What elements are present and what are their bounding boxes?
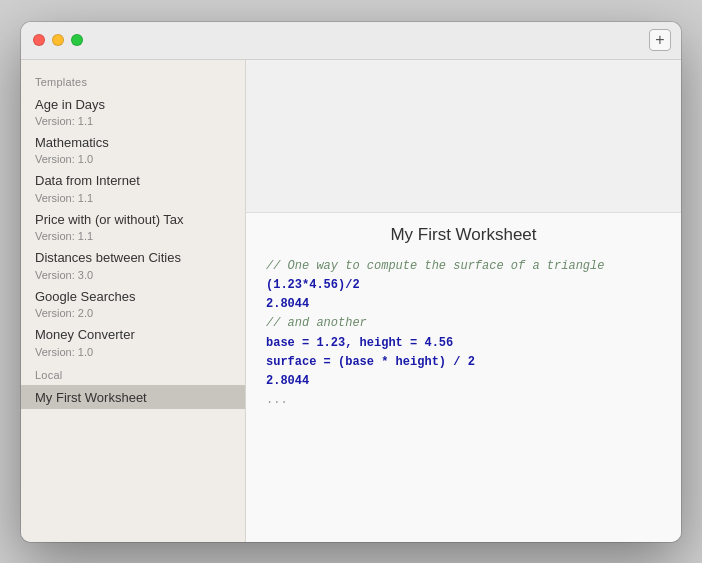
code-comment-2: // and another xyxy=(266,314,661,333)
sidebar-item-name: Money Converter xyxy=(35,326,231,344)
templates-section-label: Templates xyxy=(21,68,245,92)
sidebar-item-google-searches[interactable]: Google Searches Version: 2.0 xyxy=(21,284,245,322)
worksheet-title: My First Worksheet xyxy=(266,225,661,245)
sidebar-item-price-tax[interactable]: Price with (or without) Tax Version: 1.1 xyxy=(21,207,245,245)
code-expression-3: surface = (base * height) / 2 xyxy=(266,353,661,372)
sidebar-item-version: Version: 1.0 xyxy=(35,152,231,166)
sidebar-item-distances[interactable]: Distances between Cities Version: 3.0 xyxy=(21,245,245,283)
sidebar: Templates Age in Days Version: 1.1 Mathe… xyxy=(21,60,246,542)
code-expression-2: base = 1.23, height = 4.56 xyxy=(266,334,661,353)
main-top-area xyxy=(246,60,681,213)
sidebar-item-version: Version: 1.1 xyxy=(35,229,231,243)
sidebar-item-data-from-internet[interactable]: Data from Internet Version: 1.1 xyxy=(21,168,245,206)
sidebar-item-age-in-days[interactable]: Age in Days Version: 1.1 xyxy=(21,92,245,130)
sidebar-item-version: Version: 1.0 xyxy=(35,345,231,359)
code-result-1: 2.8044 xyxy=(266,295,661,314)
close-button[interactable] xyxy=(33,34,45,46)
local-section-label: Local xyxy=(21,361,245,385)
main-content: My First Worksheet // One way to compute… xyxy=(246,60,681,542)
traffic-lights xyxy=(33,34,83,46)
sidebar-item-name: Price with (or without) Tax xyxy=(35,211,231,229)
worksheet-area[interactable]: My First Worksheet // One way to compute… xyxy=(246,213,681,542)
sidebar-item-name: Data from Internet xyxy=(35,172,231,190)
sidebar-item-name: Age in Days xyxy=(35,96,231,114)
sidebar-item-mathematics[interactable]: Mathematics Version: 1.0 xyxy=(21,130,245,168)
code-ellipsis: ... xyxy=(266,391,661,410)
sidebar-item-name: Google Searches xyxy=(35,288,231,306)
code-result-2: 2.8044 xyxy=(266,372,661,391)
sidebar-item-name: My First Worksheet xyxy=(35,389,231,407)
sidebar-item-name: Distances between Cities xyxy=(35,249,231,267)
sidebar-item-name: Mathematics xyxy=(35,134,231,152)
window-content: Templates Age in Days Version: 1.1 Mathe… xyxy=(21,60,681,542)
code-comment-1: // One way to compute the surface of a t… xyxy=(266,257,661,276)
maximize-button[interactable] xyxy=(71,34,83,46)
titlebar: + xyxy=(21,22,681,60)
code-block: // One way to compute the surface of a t… xyxy=(266,257,661,411)
sidebar-item-my-first-worksheet[interactable]: My First Worksheet xyxy=(21,385,245,409)
code-expression-1: (1.23*4.56)/2 xyxy=(266,276,661,295)
sidebar-item-money-converter[interactable]: Money Converter Version: 1.0 xyxy=(21,322,245,360)
sidebar-item-version: Version: 2.0 xyxy=(35,306,231,320)
app-window: + Templates Age in Days Version: 1.1 Mat… xyxy=(21,22,681,542)
sidebar-item-version: Version: 3.0 xyxy=(35,268,231,282)
sidebar-item-version: Version: 1.1 xyxy=(35,114,231,128)
minimize-button[interactable] xyxy=(52,34,64,46)
sidebar-item-version: Version: 1.1 xyxy=(35,191,231,205)
add-button[interactable]: + xyxy=(649,29,671,51)
